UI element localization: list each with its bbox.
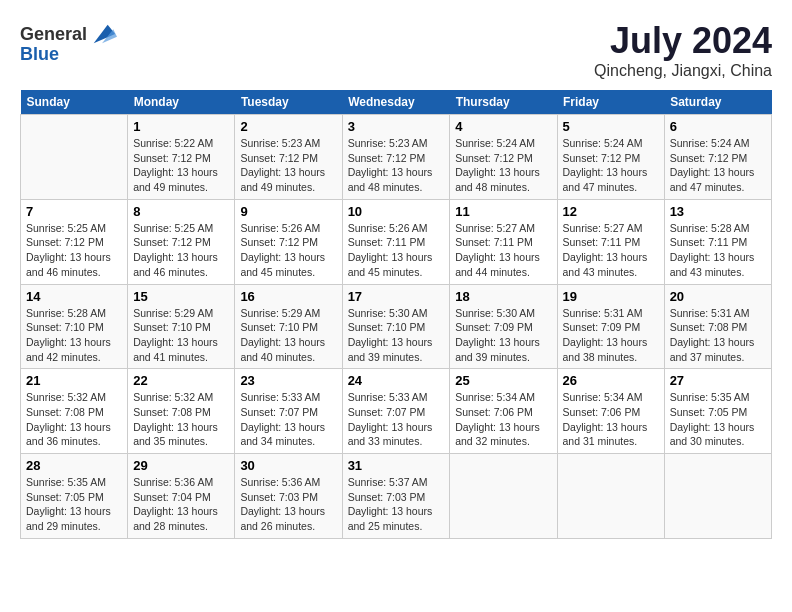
day-info: Sunrise: 5:29 AM Sunset: 7:10 PM Dayligh… bbox=[240, 306, 336, 365]
day-number: 21 bbox=[26, 373, 122, 388]
day-number: 23 bbox=[240, 373, 336, 388]
day-info: Sunrise: 5:36 AM Sunset: 7:04 PM Dayligh… bbox=[133, 475, 229, 534]
day-info: Sunrise: 5:34 AM Sunset: 7:06 PM Dayligh… bbox=[563, 390, 659, 449]
day-info: Sunrise: 5:31 AM Sunset: 7:08 PM Dayligh… bbox=[670, 306, 766, 365]
day-number: 18 bbox=[455, 289, 551, 304]
day-info: Sunrise: 5:35 AM Sunset: 7:05 PM Dayligh… bbox=[670, 390, 766, 449]
day-number: 25 bbox=[455, 373, 551, 388]
day-number: 14 bbox=[26, 289, 122, 304]
calendar-week-row: 7Sunrise: 5:25 AM Sunset: 7:12 PM Daylig… bbox=[21, 199, 772, 284]
calendar-cell: 31Sunrise: 5:37 AM Sunset: 7:03 PM Dayli… bbox=[342, 454, 450, 539]
day-number: 2 bbox=[240, 119, 336, 134]
weekday-header-wednesday: Wednesday bbox=[342, 90, 450, 115]
calendar-cell: 17Sunrise: 5:30 AM Sunset: 7:10 PM Dayli… bbox=[342, 284, 450, 369]
day-info: Sunrise: 5:24 AM Sunset: 7:12 PM Dayligh… bbox=[563, 136, 659, 195]
weekday-header-sunday: Sunday bbox=[21, 90, 128, 115]
day-number: 12 bbox=[563, 204, 659, 219]
calendar-cell: 2Sunrise: 5:23 AM Sunset: 7:12 PM Daylig… bbox=[235, 115, 342, 200]
calendar-cell: 5Sunrise: 5:24 AM Sunset: 7:12 PM Daylig… bbox=[557, 115, 664, 200]
day-info: Sunrise: 5:32 AM Sunset: 7:08 PM Dayligh… bbox=[26, 390, 122, 449]
calendar-table: SundayMondayTuesdayWednesdayThursdayFrid… bbox=[20, 90, 772, 539]
day-info: Sunrise: 5:33 AM Sunset: 7:07 PM Dayligh… bbox=[240, 390, 336, 449]
calendar-cell: 20Sunrise: 5:31 AM Sunset: 7:08 PM Dayli… bbox=[664, 284, 771, 369]
day-info: Sunrise: 5:28 AM Sunset: 7:10 PM Dayligh… bbox=[26, 306, 122, 365]
day-info: Sunrise: 5:32 AM Sunset: 7:08 PM Dayligh… bbox=[133, 390, 229, 449]
day-info: Sunrise: 5:30 AM Sunset: 7:10 PM Dayligh… bbox=[348, 306, 445, 365]
day-number: 16 bbox=[240, 289, 336, 304]
calendar-cell: 14Sunrise: 5:28 AM Sunset: 7:10 PM Dayli… bbox=[21, 284, 128, 369]
day-number: 3 bbox=[348, 119, 445, 134]
day-info: Sunrise: 5:31 AM Sunset: 7:09 PM Dayligh… bbox=[563, 306, 659, 365]
day-number: 11 bbox=[455, 204, 551, 219]
day-info: Sunrise: 5:27 AM Sunset: 7:11 PM Dayligh… bbox=[455, 221, 551, 280]
day-number: 6 bbox=[670, 119, 766, 134]
calendar-cell: 23Sunrise: 5:33 AM Sunset: 7:07 PM Dayli… bbox=[235, 369, 342, 454]
calendar-week-row: 14Sunrise: 5:28 AM Sunset: 7:10 PM Dayli… bbox=[21, 284, 772, 369]
calendar-body: 1Sunrise: 5:22 AM Sunset: 7:12 PM Daylig… bbox=[21, 115, 772, 539]
calendar-cell: 11Sunrise: 5:27 AM Sunset: 7:11 PM Dayli… bbox=[450, 199, 557, 284]
weekday-header-monday: Monday bbox=[128, 90, 235, 115]
calendar-cell: 24Sunrise: 5:33 AM Sunset: 7:07 PM Dayli… bbox=[342, 369, 450, 454]
calendar-cell bbox=[557, 454, 664, 539]
calendar-cell bbox=[450, 454, 557, 539]
day-info: Sunrise: 5:33 AM Sunset: 7:07 PM Dayligh… bbox=[348, 390, 445, 449]
calendar-cell: 27Sunrise: 5:35 AM Sunset: 7:05 PM Dayli… bbox=[664, 369, 771, 454]
calendar-cell: 15Sunrise: 5:29 AM Sunset: 7:10 PM Dayli… bbox=[128, 284, 235, 369]
day-info: Sunrise: 5:24 AM Sunset: 7:12 PM Dayligh… bbox=[455, 136, 551, 195]
logo-text: General Blue bbox=[20, 20, 117, 65]
calendar-cell: 3Sunrise: 5:23 AM Sunset: 7:12 PM Daylig… bbox=[342, 115, 450, 200]
day-number: 22 bbox=[133, 373, 229, 388]
calendar-cell: 12Sunrise: 5:27 AM Sunset: 7:11 PM Dayli… bbox=[557, 199, 664, 284]
calendar-cell: 30Sunrise: 5:36 AM Sunset: 7:03 PM Dayli… bbox=[235, 454, 342, 539]
day-number: 28 bbox=[26, 458, 122, 473]
day-number: 7 bbox=[26, 204, 122, 219]
calendar-cell bbox=[664, 454, 771, 539]
calendar-cell: 10Sunrise: 5:26 AM Sunset: 7:11 PM Dayli… bbox=[342, 199, 450, 284]
calendar-cell: 18Sunrise: 5:30 AM Sunset: 7:09 PM Dayli… bbox=[450, 284, 557, 369]
day-number: 17 bbox=[348, 289, 445, 304]
day-number: 26 bbox=[563, 373, 659, 388]
calendar-cell: 22Sunrise: 5:32 AM Sunset: 7:08 PM Dayli… bbox=[128, 369, 235, 454]
calendar-cell: 4Sunrise: 5:24 AM Sunset: 7:12 PM Daylig… bbox=[450, 115, 557, 200]
calendar-cell: 9Sunrise: 5:26 AM Sunset: 7:12 PM Daylig… bbox=[235, 199, 342, 284]
weekday-header-friday: Friday bbox=[557, 90, 664, 115]
calendar-cell: 6Sunrise: 5:24 AM Sunset: 7:12 PM Daylig… bbox=[664, 115, 771, 200]
calendar-week-row: 28Sunrise: 5:35 AM Sunset: 7:05 PM Dayli… bbox=[21, 454, 772, 539]
calendar-cell: 16Sunrise: 5:29 AM Sunset: 7:10 PM Dayli… bbox=[235, 284, 342, 369]
day-number: 5 bbox=[563, 119, 659, 134]
day-number: 27 bbox=[670, 373, 766, 388]
day-number: 19 bbox=[563, 289, 659, 304]
day-number: 9 bbox=[240, 204, 336, 219]
logo-icon bbox=[89, 20, 117, 48]
page-header: General Blue July 2024 Qincheng, Jiangxi… bbox=[20, 20, 772, 80]
day-number: 4 bbox=[455, 119, 551, 134]
day-info: Sunrise: 5:35 AM Sunset: 7:05 PM Dayligh… bbox=[26, 475, 122, 534]
day-number: 31 bbox=[348, 458, 445, 473]
day-info: Sunrise: 5:25 AM Sunset: 7:12 PM Dayligh… bbox=[133, 221, 229, 280]
calendar-cell: 25Sunrise: 5:34 AM Sunset: 7:06 PM Dayli… bbox=[450, 369, 557, 454]
main-title: July 2024 bbox=[594, 20, 772, 62]
calendar-cell: 13Sunrise: 5:28 AM Sunset: 7:11 PM Dayli… bbox=[664, 199, 771, 284]
day-info: Sunrise: 5:26 AM Sunset: 7:11 PM Dayligh… bbox=[348, 221, 445, 280]
day-info: Sunrise: 5:30 AM Sunset: 7:09 PM Dayligh… bbox=[455, 306, 551, 365]
calendar-cell: 7Sunrise: 5:25 AM Sunset: 7:12 PM Daylig… bbox=[21, 199, 128, 284]
calendar-cell: 28Sunrise: 5:35 AM Sunset: 7:05 PM Dayli… bbox=[21, 454, 128, 539]
logo: General Blue bbox=[20, 20, 117, 65]
day-info: Sunrise: 5:24 AM Sunset: 7:12 PM Dayligh… bbox=[670, 136, 766, 195]
calendar-week-row: 21Sunrise: 5:32 AM Sunset: 7:08 PM Dayli… bbox=[21, 369, 772, 454]
day-number: 15 bbox=[133, 289, 229, 304]
calendar-cell: 19Sunrise: 5:31 AM Sunset: 7:09 PM Dayli… bbox=[557, 284, 664, 369]
calendar-header-row: SundayMondayTuesdayWednesdayThursdayFrid… bbox=[21, 90, 772, 115]
calendar-cell: 21Sunrise: 5:32 AM Sunset: 7:08 PM Dayli… bbox=[21, 369, 128, 454]
title-block: July 2024 Qincheng, Jiangxi, China bbox=[594, 20, 772, 80]
day-number: 29 bbox=[133, 458, 229, 473]
day-number: 24 bbox=[348, 373, 445, 388]
day-number: 10 bbox=[348, 204, 445, 219]
day-info: Sunrise: 5:27 AM Sunset: 7:11 PM Dayligh… bbox=[563, 221, 659, 280]
calendar-cell bbox=[21, 115, 128, 200]
calendar-week-row: 1Sunrise: 5:22 AM Sunset: 7:12 PM Daylig… bbox=[21, 115, 772, 200]
day-info: Sunrise: 5:28 AM Sunset: 7:11 PM Dayligh… bbox=[670, 221, 766, 280]
day-info: Sunrise: 5:37 AM Sunset: 7:03 PM Dayligh… bbox=[348, 475, 445, 534]
weekday-header-thursday: Thursday bbox=[450, 90, 557, 115]
weekday-header-tuesday: Tuesday bbox=[235, 90, 342, 115]
